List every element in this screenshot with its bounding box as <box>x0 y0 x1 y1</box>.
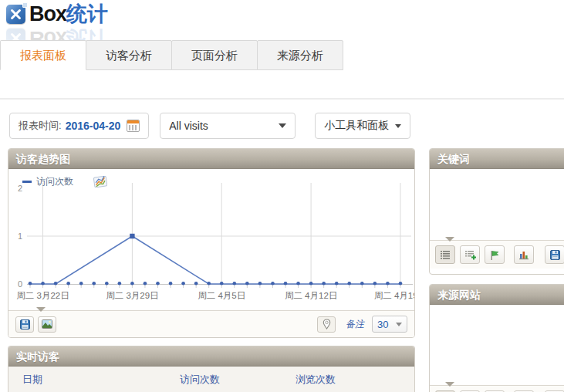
realtime-visitors-widget: 实时访客 日期 访问次数 浏览次数 <box>8 346 415 392</box>
annotations-button[interactable] <box>317 316 336 333</box>
caret-down-icon <box>395 124 401 128</box>
export-button[interactable] <box>545 245 564 264</box>
svg-text:1: 1 <box>18 231 22 241</box>
referrer-sites-body <box>430 305 564 385</box>
logo-icon <box>6 5 25 24</box>
table-add-icon <box>464 250 476 260</box>
annotation-label[interactable]: 备注 <box>346 318 364 331</box>
visitor-trend-chart[interactable]: 012周二 3月22日周二 3月29日周二 4月5日周二 4月12日周二 4月1… <box>8 169 414 310</box>
date-label: 报表时间: <box>19 119 62 133</box>
bar-chart-icon <box>518 250 529 260</box>
table-more-columns-button[interactable] <box>460 245 480 264</box>
app-title: Box统计 <box>29 4 108 25</box>
svg-text:周二 3月29日: 周二 3月29日 <box>106 291 158 300</box>
visitor-trend-widget: 访客趋势图 访问次数 012周二 3月22日周二 3月29日周二 4月5日周二 … <box>8 148 415 338</box>
export-icon <box>550 250 560 260</box>
location-pin-icon <box>323 319 331 329</box>
chart-footer-right: 备注 30 <box>317 316 407 333</box>
export-icon <box>20 319 30 329</box>
keywords-widget: 关键词 <box>429 148 564 275</box>
keywords-body <box>430 169 564 240</box>
table-view-button[interactable] <box>435 245 455 264</box>
brand-en: Box <box>29 2 66 25</box>
brand-zh: 统计 <box>66 2 108 25</box>
widgets-menu-label: 小工具和面板 <box>324 119 389 133</box>
segment-value: All visits <box>169 120 208 132</box>
realtime-table-header: 日期 访问次数 浏览次数 <box>8 367 414 392</box>
sparkline-image-icon[interactable] <box>93 176 107 188</box>
svg-text:0: 0 <box>18 279 22 289</box>
flag-icon <box>490 250 499 260</box>
date-picker[interactable]: 报表时间: 2016-04-20 <box>9 113 149 139</box>
goals-flag-button[interactable] <box>485 245 505 264</box>
column-header-pageviews[interactable]: 浏览次数 <box>296 373 336 387</box>
svg-text:周二 4月5日: 周二 4月5日 <box>198 291 245 300</box>
chart-legend: 访问次数 <box>22 175 107 188</box>
realtime-visitors-header[interactable]: 实时访客 <box>8 346 414 367</box>
tab-referrers[interactable]: 来源分析 <box>257 40 343 70</box>
main-nav-tabs: 报表面板 访客分析 页面分析 来源分析 <box>0 40 343 70</box>
visitor-trend-chart-area: 访问次数 012周二 3月22日周二 3月29日周二 4月5日周二 4月12日周… <box>8 169 414 310</box>
referrer-sites-widget: 来源网站 <box>429 284 564 392</box>
keywords-header[interactable]: 关键词 <box>430 149 564 169</box>
image-export-icon <box>42 319 52 329</box>
column-header-date[interactable]: 日期 <box>22 373 180 387</box>
rows-count-select[interactable]: 30 <box>372 316 407 333</box>
visitor-trend-footer: 备注 30 <box>8 310 414 337</box>
caret-down-icon <box>396 323 402 326</box>
tab-visitors[interactable]: 访客分析 <box>86 40 172 70</box>
rows-count-value: 30 <box>377 319 388 330</box>
filter-bar: 报表时间: 2016-04-20 All visits 小工具和面板 <box>9 113 410 139</box>
app-logo[interactable]: Box统计 <box>6 4 108 25</box>
tab-dashboard[interactable]: 报表面板 <box>0 40 86 70</box>
dashboard-left-column: 访客趋势图 访问次数 012周二 3月22日周二 3月29日周二 4月5日周二 … <box>8 148 415 392</box>
dashboard-right-column: 关键词 <box>429 148 564 392</box>
svg-text:周二 4月12日: 周二 4月12日 <box>285 291 337 300</box>
collapse-caret-icon[interactable] <box>36 307 46 312</box>
calendar-icon <box>127 120 140 132</box>
date-value: 2016-04-20 <box>66 120 121 132</box>
header-divider <box>0 98 564 100</box>
referrer-sites-footer <box>430 385 564 392</box>
collapse-caret-icon[interactable] <box>445 237 454 242</box>
segment-selector[interactable]: All visits <box>160 113 296 139</box>
collapse-caret-icon[interactable] <box>445 382 454 387</box>
referrer-sites-header[interactable]: 来源网站 <box>430 285 564 305</box>
visitor-trend-header[interactable]: 访客趋势图 <box>8 149 414 169</box>
column-header-visits[interactable]: 访问次数 <box>180 373 296 387</box>
caret-down-icon <box>279 123 286 128</box>
svg-text:周二 3月22日: 周二 3月22日 <box>16 291 69 300</box>
table-view-icon <box>440 250 451 259</box>
image-export-button[interactable] <box>38 316 56 333</box>
legend-metric-label[interactable]: 访问次数 <box>36 175 73 188</box>
legend-line-swatch <box>22 181 32 183</box>
widgets-menu-button[interactable]: 小工具和面板 <box>315 113 410 139</box>
keywords-footer <box>430 240 564 269</box>
export-button[interactable] <box>15 316 34 333</box>
bar-chart-view-button[interactable] <box>514 245 534 264</box>
tab-pages[interactable]: 页面分析 <box>171 40 258 70</box>
svg-text:周二 4月19日: 周二 4月19日 <box>374 291 414 300</box>
